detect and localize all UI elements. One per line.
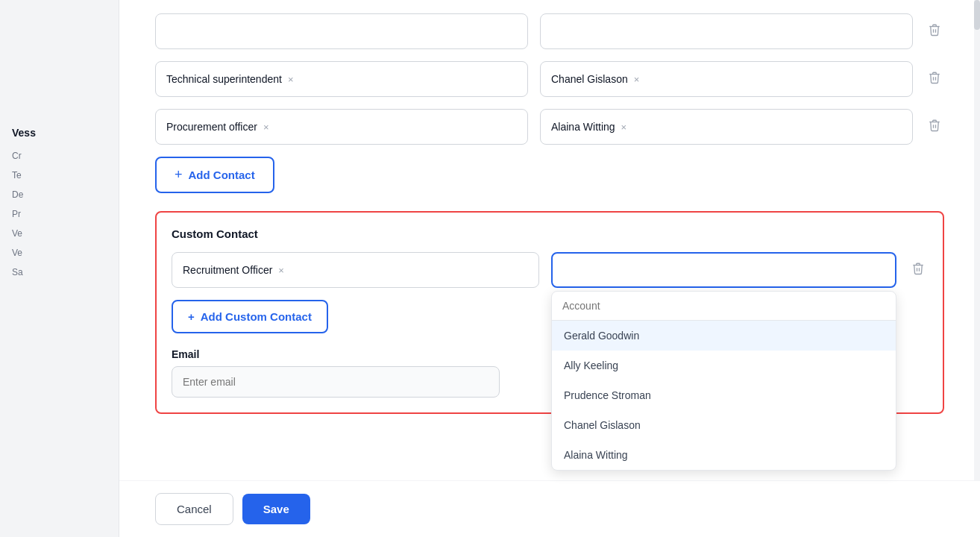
role-input-procurement[interactable]: Procurement officer × (155, 109, 528, 145)
name-remove-technical[interactable]: × (634, 74, 640, 85)
dropdown-item-0[interactable]: Gerald Goodwin (552, 321, 896, 351)
background-sidebar: Vess Cr Te De Pr Ve Ve Sa (0, 0, 119, 537)
email-input[interactable] (172, 366, 500, 398)
cancel-button[interactable]: Cancel (155, 493, 233, 525)
add-contact-button[interactable]: + Add Contact (155, 157, 274, 193)
custom-role-remove[interactable]: × (278, 265, 284, 276)
dropdown-search-container (552, 292, 896, 321)
dropdown-item-4[interactable]: Alaina Witting (552, 440, 896, 470)
sidebar-item-te: Te (0, 166, 119, 185)
name-tag-technical: Chanel Gislason × (551, 73, 639, 85)
modal-footer: Cancel Save (119, 480, 980, 537)
dropdown-search-input[interactable] (562, 300, 885, 312)
contact-row-technical: Technical superintendent × Chanel Gislas… (155, 61, 944, 97)
custom-contact-section: Custom Contact Recruitment Officer × (155, 211, 944, 414)
delete-button-custom[interactable] (908, 259, 928, 282)
sidebar-item-pr: Pr (0, 204, 119, 224)
custom-name-input[interactable] (551, 252, 896, 288)
sidebar-item-cr: Cr (0, 146, 119, 166)
name-input-top[interactable] (540, 13, 913, 49)
modal-container: Technical superintendent × Chanel Gislas… (119, 0, 980, 537)
custom-role-input[interactable]: Recruitment Officer × (172, 252, 539, 288)
custom-contact-title: Custom Contact (172, 227, 928, 240)
name-input-technical[interactable]: Chanel Gislason × (540, 61, 913, 97)
custom-role-tag: Recruitment Officer × (183, 264, 284, 276)
sidebar-item-ve1: Ve (0, 224, 119, 243)
dropdown-item-3[interactable]: Chanel Gislason (552, 410, 896, 440)
delete-button-technical[interactable] (925, 68, 944, 91)
dropdown-item-2[interactable]: Prudence Stroman (552, 380, 896, 410)
add-custom-contact-label: Add Custom Contact (201, 310, 312, 323)
role-input-top[interactable] (155, 13, 528, 49)
add-custom-contact-button[interactable]: + Add Custom Contact (172, 300, 328, 333)
delete-button-top[interactable] (925, 20, 944, 43)
role-remove-procurement[interactable]: × (263, 122, 269, 133)
dropdown-item-1[interactable]: Ally Keeling (552, 351, 896, 380)
name-tag-procurement: Alaina Witting × (551, 121, 626, 133)
contact-row-procurement: Procurement officer × Alaina Witting × (155, 109, 944, 145)
custom-contact-row: Recruitment Officer × Gerald Goodwin All… (172, 252, 928, 288)
modal-body: Technical superintendent × Chanel Gislas… (119, 0, 980, 414)
save-button[interactable]: Save (242, 494, 310, 524)
sidebar-item-ve2: Ve (0, 243, 119, 263)
contact-dropdown-menu: Gerald Goodwin Ally Keeling Prudence Str… (551, 291, 896, 471)
role-tag-procurement: Procurement officer × (166, 121, 269, 133)
custom-name-dropdown-wrapper: Gerald Goodwin Ally Keeling Prudence Str… (551, 252, 896, 288)
role-tag-technical: Technical superintendent × (166, 73, 293, 85)
role-remove-technical[interactable]: × (288, 74, 294, 85)
add-contact-label: Add Contact (189, 169, 255, 181)
name-remove-procurement[interactable]: × (621, 122, 627, 133)
name-input-procurement[interactable]: Alaina Witting × (540, 109, 913, 145)
sidebar-item-de: De (0, 185, 119, 204)
add-custom-plus-icon: + (188, 310, 195, 323)
plus-icon: + (175, 167, 183, 183)
sidebar-item-sa: Sa (0, 263, 119, 282)
sidebar-vessel-label: Vess (0, 119, 119, 146)
scrollbar-thumb[interactable] (974, 0, 980, 30)
scrollbar-track[interactable] (974, 0, 980, 537)
contact-row-top (155, 13, 944, 49)
delete-button-procurement[interactable] (925, 116, 944, 139)
role-input-technical[interactable]: Technical superintendent × (155, 61, 528, 97)
